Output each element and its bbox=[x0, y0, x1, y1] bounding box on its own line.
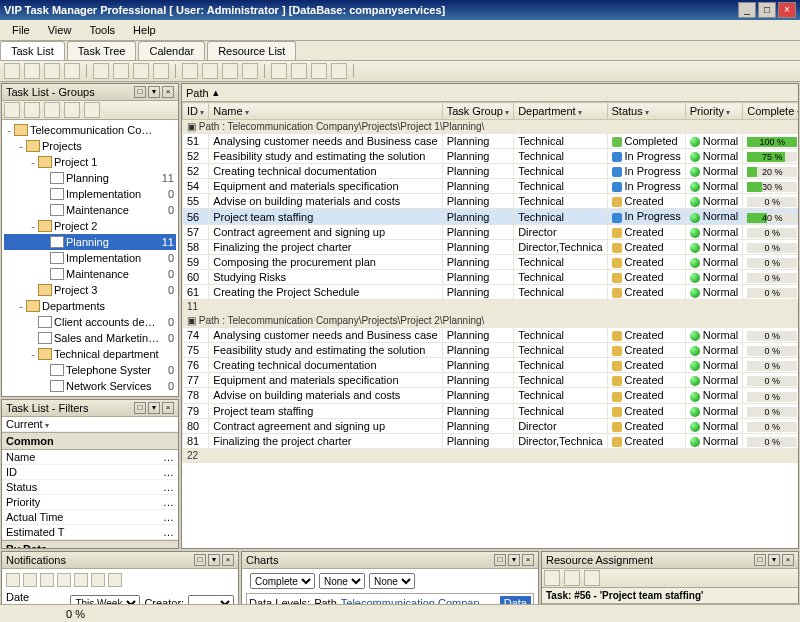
col-department[interactable]: Department bbox=[514, 103, 607, 120]
col-priority[interactable]: Priority bbox=[685, 103, 742, 120]
col-id[interactable]: ID bbox=[183, 103, 209, 120]
path-caret-icon[interactable]: ▴ bbox=[213, 86, 219, 99]
tree-node[interactable]: -Departments bbox=[4, 298, 176, 314]
panel-pin-icon[interactable]: □ bbox=[134, 402, 146, 414]
task-row[interactable]: 52Creating technical documentationPlanni… bbox=[183, 164, 799, 179]
tree-node[interactable]: Planning11 bbox=[4, 170, 176, 186]
menu-tools[interactable]: Tools bbox=[81, 22, 123, 38]
task-row[interactable]: 80Contract agreement and signing upPlann… bbox=[183, 418, 799, 433]
panel-close-icon[interactable]: × bbox=[162, 402, 174, 414]
toolbar-button-icon[interactable] bbox=[242, 63, 258, 79]
tree-tool-icon[interactable] bbox=[64, 102, 80, 118]
group-row[interactable]: ▣ Path : Telecommunication Company\Proje… bbox=[183, 120, 799, 134]
task-row[interactable]: 81Finalizing the project charterPlanning… bbox=[183, 433, 799, 448]
panel-pin-icon[interactable]: □ bbox=[754, 554, 766, 566]
col-complete[interactable]: Complete bbox=[743, 103, 798, 120]
notif-tool-icon[interactable] bbox=[6, 573, 20, 587]
ra-tool-icon[interactable] bbox=[564, 570, 580, 586]
panel-pin-icon[interactable]: □ bbox=[494, 554, 506, 566]
tree-node[interactable]: Maintenance0 bbox=[4, 266, 176, 282]
toolbar-button-icon[interactable] bbox=[311, 63, 327, 79]
filter-row[interactable]: Priority… bbox=[2, 495, 178, 510]
task-row[interactable]: 55Advise on building materials and costs… bbox=[183, 194, 799, 209]
tree-node[interactable]: Telephone Syster0 bbox=[4, 362, 176, 378]
notif-tool-icon[interactable] bbox=[91, 573, 105, 587]
task-row[interactable]: 51Analysing customer needs and Business … bbox=[183, 134, 799, 149]
task-group-tree[interactable]: -Telecommunication Company-Projects-Proj… bbox=[2, 120, 178, 396]
task-row[interactable]: 79Project team staffingPlanningTechnical… bbox=[183, 403, 799, 418]
task-row[interactable]: 58Finalizing the project charterPlanning… bbox=[183, 239, 799, 254]
filter-row[interactable]: Estimated T… bbox=[2, 525, 178, 540]
group-row[interactable]: ▣ Path : Telecommunication Company\Proje… bbox=[183, 314, 799, 328]
tab-calendar[interactable]: Calendar bbox=[138, 41, 205, 60]
chart-field-3[interactable]: None bbox=[369, 573, 415, 589]
toolbar-button-icon[interactable] bbox=[24, 63, 40, 79]
notif-tool-icon[interactable] bbox=[23, 573, 37, 587]
panel-close-icon[interactable]: × bbox=[222, 554, 234, 566]
tree-node[interactable]: Sales and Marketing d0 bbox=[4, 330, 176, 346]
ra-tool-icon[interactable] bbox=[584, 570, 600, 586]
toolbar-button-icon[interactable] bbox=[271, 63, 287, 79]
toolbar-button-icon[interactable] bbox=[182, 63, 198, 79]
tree-node[interactable]: -Projects bbox=[4, 138, 176, 154]
panel-menu-icon[interactable]: ▾ bbox=[208, 554, 220, 566]
panel-menu-icon[interactable]: ▾ bbox=[508, 554, 520, 566]
task-row[interactable]: 56Project team staffingPlanningTechnical… bbox=[183, 209, 799, 224]
tree-node[interactable]: -Technical department bbox=[4, 346, 176, 362]
tree-node[interactable]: -Project 2 bbox=[4, 218, 176, 234]
panel-close-icon[interactable]: × bbox=[162, 86, 174, 98]
ra-tool-icon[interactable] bbox=[544, 570, 560, 586]
menu-file[interactable]: File bbox=[4, 22, 38, 38]
toolbar-button-icon[interactable] bbox=[153, 63, 169, 79]
chart-field-2[interactable]: None bbox=[319, 573, 365, 589]
tree-tool-icon[interactable] bbox=[24, 102, 40, 118]
chart-field-1[interactable]: Complete bbox=[250, 573, 315, 589]
notif-tool-icon[interactable] bbox=[57, 573, 71, 587]
filter-row[interactable]: Name… bbox=[2, 450, 178, 465]
panel-pin-icon[interactable]: □ bbox=[134, 86, 146, 98]
col-status[interactable]: Status bbox=[607, 103, 685, 120]
menu-help[interactable]: Help bbox=[125, 22, 164, 38]
filter-row[interactable]: Actual Time… bbox=[2, 510, 178, 525]
notif-tool-icon[interactable] bbox=[74, 573, 88, 587]
filter-current[interactable]: Current bbox=[6, 418, 49, 430]
toolbar-button-icon[interactable] bbox=[4, 63, 20, 79]
panel-pin-icon[interactable]: □ bbox=[194, 554, 206, 566]
tree-node[interactable]: Implementation0 bbox=[4, 186, 176, 202]
filter-section-date[interactable]: By Date bbox=[2, 540, 178, 549]
panel-menu-icon[interactable]: ▾ bbox=[148, 86, 160, 98]
toolbar-button-icon[interactable] bbox=[291, 63, 307, 79]
tree-node[interactable]: Planning11 bbox=[4, 234, 176, 250]
tree-node[interactable]: Project 30 bbox=[4, 282, 176, 298]
tree-node[interactable]: -Telecommunication Company bbox=[4, 122, 176, 138]
panel-menu-icon[interactable]: ▾ bbox=[768, 554, 780, 566]
panel-close-icon[interactable]: × bbox=[522, 554, 534, 566]
task-row[interactable]: 76Creating technical documentationPlanni… bbox=[183, 358, 799, 373]
task-row[interactable]: 60Studying RisksPlanningTechnicalCreated… bbox=[183, 269, 799, 284]
task-grid[interactable]: IDNameTask GroupDepartmentStatusPriority… bbox=[182, 102, 798, 463]
data-levels-data-button[interactable]: Data bbox=[500, 596, 531, 604]
maximize-button[interactable]: □ bbox=[758, 2, 776, 18]
tree-node[interactable]: Maintenance0 bbox=[4, 202, 176, 218]
tree-node[interactable]: Client accounts depar0 bbox=[4, 314, 176, 330]
data-levels-path[interactable]: Telecommunication Company\Projects\Proje… bbox=[341, 597, 496, 604]
notif-tool-icon[interactable] bbox=[40, 573, 54, 587]
toolbar-button-icon[interactable] bbox=[222, 63, 238, 79]
menu-view[interactable]: View bbox=[40, 22, 80, 38]
date-created-select[interactable]: This Week bbox=[70, 595, 140, 604]
task-row[interactable]: 52Feasibility study and estimating the s… bbox=[183, 149, 799, 164]
col-task-group[interactable]: Task Group bbox=[442, 103, 513, 120]
toolbar-button-icon[interactable] bbox=[44, 63, 60, 79]
tab-resource-list[interactable]: Resource List bbox=[207, 41, 296, 60]
creator-select[interactable] bbox=[188, 595, 234, 604]
filter-row[interactable]: ID… bbox=[2, 465, 178, 480]
task-row[interactable]: 74Analysing customer needs and Business … bbox=[183, 328, 799, 343]
tree-tool-icon[interactable] bbox=[44, 102, 60, 118]
tree-tool-icon[interactable] bbox=[4, 102, 20, 118]
tree-node[interactable]: -Project 1 bbox=[4, 154, 176, 170]
toolbar-button-icon[interactable] bbox=[331, 63, 347, 79]
task-row[interactable]: 57Contract agreement and signing upPlann… bbox=[183, 224, 799, 239]
tab-task-list[interactable]: Task List bbox=[0, 41, 65, 60]
task-row[interactable]: 59Composing the procurement planPlanning… bbox=[183, 254, 799, 269]
task-row[interactable]: 61Creating the Project SchedulePlanningT… bbox=[183, 284, 799, 299]
